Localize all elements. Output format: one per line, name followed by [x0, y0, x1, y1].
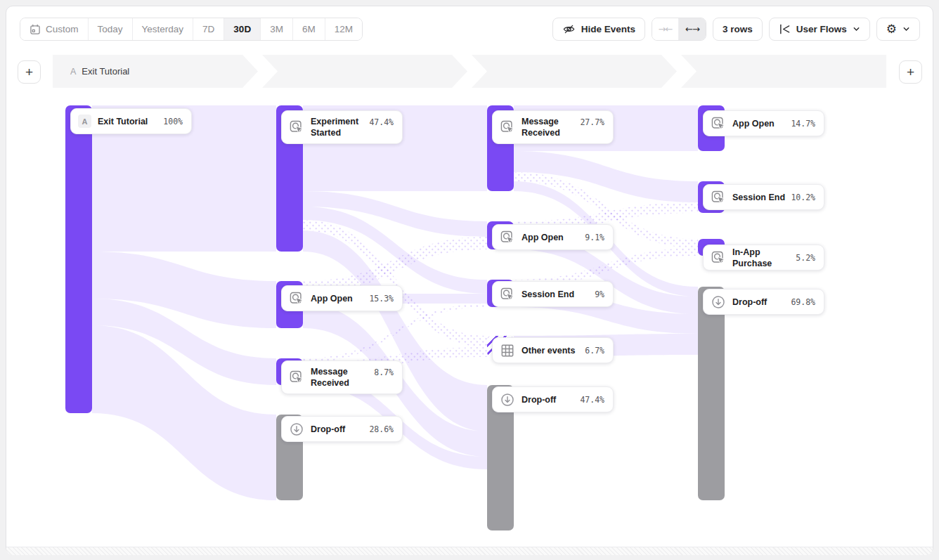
- flow-bar-c0-exit[interactable]: [65, 105, 92, 413]
- drop-off-icon: [711, 294, 726, 310]
- flow-node-c1-exp[interactable]: Experiment Started47.4%: [281, 110, 403, 144]
- date-range-label: Today: [98, 24, 123, 34]
- flow-node-c1-msg[interactable]: Message Received8.7%: [281, 360, 403, 394]
- chevron-down-icon: [902, 25, 910, 33]
- date-range-label: 6M: [302, 24, 316, 34]
- date-range-12m[interactable]: 12M: [325, 18, 362, 40]
- date-range-yesterday[interactable]: Yesterday: [133, 18, 194, 40]
- step-header-band: A Exit Tutorial: [53, 55, 886, 88]
- node-label: Exit Tutorial: [98, 116, 159, 127]
- node-percent: 5.2%: [796, 253, 815, 263]
- flow-node-c1-drop[interactable]: Drop-off28.6%: [281, 416, 403, 442]
- node-percent: 14.7%: [791, 119, 815, 129]
- event-icon: [500, 287, 515, 302]
- add-step-right-button[interactable]: +: [899, 60, 922, 84]
- rows-button[interactable]: 3 rows: [713, 18, 763, 41]
- other-events-grid-icon: [500, 343, 515, 358]
- footer-strip: [6, 547, 933, 555]
- user-flows-icon: [779, 23, 791, 35]
- node-label: App Open: [311, 293, 365, 304]
- add-step-left-button[interactable]: +: [18, 60, 41, 84]
- start-event-breadcrumb: A Exit Tutorial: [53, 66, 129, 77]
- date-range-custom[interactable]: Custom: [20, 18, 89, 40]
- date-range-label: 30D: [233, 24, 251, 34]
- eye-off-icon: [562, 22, 576, 36]
- event-letter-badge: A: [78, 115, 91, 128]
- node-label: Session End: [522, 289, 590, 300]
- step-segment-1[interactable]: A Exit Tutorial: [53, 55, 258, 88]
- node-percent: 27.7%: [580, 117, 604, 127]
- step-segment-4[interactable]: [681, 55, 886, 88]
- flow-node-c2-sess[interactable]: Session End9%: [492, 281, 614, 307]
- hide-events-button[interactable]: Hide Events: [552, 18, 645, 41]
- flow-node-c3-drop[interactable]: Drop-off69.8%: [703, 289, 824, 315]
- event-icon: [711, 116, 726, 131]
- flow-node-c1-app[interactable]: App Open15.3%: [281, 285, 403, 311]
- node-label: Drop-off: [522, 394, 576, 405]
- node-percent: 69.8%: [791, 297, 815, 307]
- event-icon: [711, 250, 726, 266]
- flow-node-c2-app[interactable]: App Open9.1%: [492, 224, 614, 250]
- date-range-today[interactable]: Today: [89, 18, 133, 40]
- date-range-group: CustomTodayYesterday7D30D3M6M12M: [20, 18, 363, 41]
- node-percent: 15.3%: [369, 294, 394, 304]
- date-range-label: 7D: [202, 24, 214, 34]
- node-percent: 100%: [163, 117, 183, 126]
- plus-icon: +: [25, 65, 33, 80]
- node-label: In-App Purchase: [732, 247, 791, 269]
- date-range-7d[interactable]: 7D: [193, 18, 224, 40]
- expand-icon: ←→: [685, 24, 699, 34]
- node-percent: 9.1%: [585, 233, 604, 242]
- node-percent: 47.4%: [580, 395, 604, 405]
- step-segment-2[interactable]: [262, 55, 467, 88]
- node-percent: 47.4%: [369, 117, 394, 127]
- event-icon: [500, 230, 515, 245]
- start-event-title: Exit Tutorial: [82, 66, 129, 77]
- flow-node-c2-drop[interactable]: Drop-off47.4%: [492, 386, 614, 412]
- calendar-icon: [30, 24, 41, 35]
- node-percent: 9%: [595, 289, 604, 299]
- chevron-down-icon: [853, 25, 860, 33]
- plus-icon: +: [907, 65, 914, 80]
- flow-bar-c3-drop[interactable]: [698, 287, 725, 500]
- flow-node-c2-other[interactable]: Other events6.7%: [492, 337, 614, 363]
- event-icon: [289, 291, 304, 306]
- gear-icon: ⚙: [886, 23, 897, 35]
- node-label: Drop-off: [732, 297, 786, 308]
- node-percent: 10.2%: [791, 193, 815, 202]
- date-range-30d[interactable]: 30D: [224, 18, 261, 40]
- node-label: Experiment Started: [311, 116, 365, 138]
- node-label: Other events: [522, 345, 581, 356]
- flow-node-c0-exit[interactable]: AExit Tutorial100%: [70, 108, 192, 134]
- event-icon: [289, 119, 304, 135]
- expand-columns-button[interactable]: ←→: [679, 18, 706, 40]
- toolbar: CustomTodayYesterday7D30D3M6M12M Hide Ev…: [20, 18, 920, 41]
- event-icon: [711, 190, 726, 205]
- toolbar-right-group: Hide Events →← ←→ 3 rows: [552, 18, 920, 41]
- step-segment-3[interactable]: [472, 55, 677, 88]
- drop-off-icon: [289, 422, 304, 437]
- date-range-label: 3M: [270, 24, 283, 34]
- rows-label: 3 rows: [723, 24, 753, 34]
- chart-type-dropdown[interactable]: User Flows: [769, 18, 870, 41]
- flow-node-c2-msg[interactable]: Message Received27.7%: [492, 110, 614, 144]
- flow-node-c3-app[interactable]: App Open14.7%: [703, 110, 824, 136]
- date-range-label: Custom: [46, 24, 79, 34]
- date-range-3m[interactable]: 3M: [261, 18, 293, 40]
- node-label: Message Received: [522, 116, 576, 138]
- hide-events-label: Hide Events: [581, 24, 635, 34]
- node-label: App Open: [732, 118, 786, 129]
- event-icon: [500, 119, 515, 135]
- collapse-expand-toggle: →← ←→: [652, 18, 706, 41]
- event-icon: [289, 370, 304, 385]
- date-range-6m[interactable]: 6M: [293, 18, 325, 40]
- collapse-columns-button[interactable]: →←: [652, 18, 679, 40]
- flow-node-c3-sess[interactable]: Session End10.2%: [703, 184, 824, 210]
- drop-off-icon: [500, 392, 515, 408]
- date-range-label: 12M: [335, 24, 353, 34]
- date-range-label: Yesterday: [142, 24, 184, 34]
- flow-node-c3-iap[interactable]: In-App Purchase5.2%: [703, 245, 824, 271]
- settings-dropdown[interactable]: ⚙: [876, 18, 920, 41]
- event-badge: A: [70, 67, 76, 77]
- node-percent: 8.7%: [374, 367, 394, 377]
